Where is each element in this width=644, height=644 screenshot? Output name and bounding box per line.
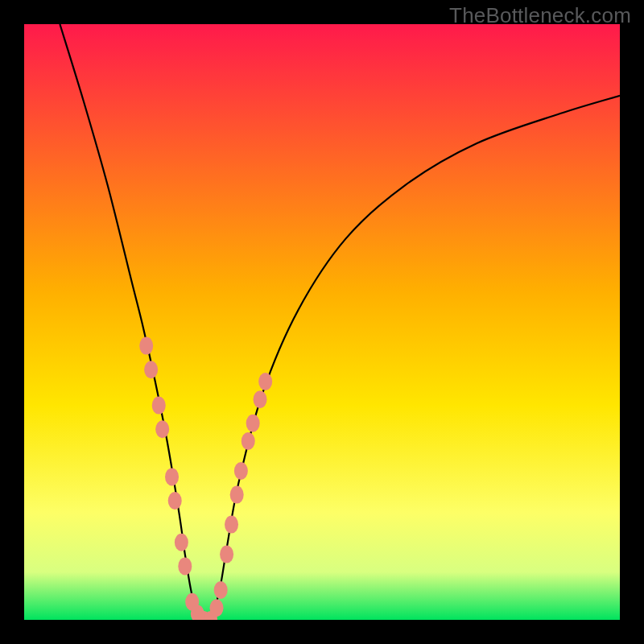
- data-marker: [210, 599, 224, 617]
- bottleneck-chart: [24, 24, 620, 620]
- data-marker: [254, 390, 267, 408]
- data-marker: [155, 420, 169, 438]
- data-marker: [139, 337, 153, 355]
- data-marker: [234, 462, 248, 480]
- data-marker: [152, 397, 166, 415]
- data-marker: [230, 486, 244, 504]
- data-marker: [144, 361, 158, 378]
- data-marker: [258, 373, 272, 390]
- data-marker: [246, 415, 260, 432]
- gradient-background: [24, 24, 620, 620]
- data-marker: [225, 516, 238, 534]
- data-marker: [242, 432, 255, 450]
- data-marker: [175, 534, 188, 551]
- data-marker: [220, 546, 233, 564]
- data-marker: [168, 492, 182, 510]
- data-marker: [214, 581, 228, 599]
- watermark-text: TheBottleneck.com: [449, 3, 631, 28]
- data-marker: [178, 557, 192, 575]
- data-marker: [165, 468, 179, 485]
